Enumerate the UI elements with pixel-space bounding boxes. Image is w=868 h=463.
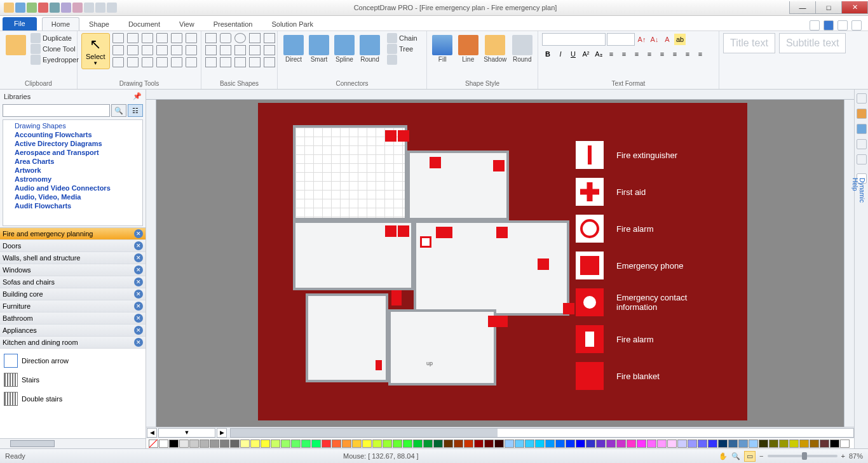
color-swatch[interactable] xyxy=(606,440,616,448)
color-swatch[interactable] xyxy=(210,440,219,448)
room[interactable] xyxy=(388,309,496,386)
subtitle-placeholder[interactable]: Subtitle text xyxy=(779,33,846,53)
underline-button[interactable]: U xyxy=(567,48,579,60)
no-color-swatch[interactable] xyxy=(149,440,158,448)
color-swatch[interactable] xyxy=(708,440,717,448)
pin-icon[interactable]: 📌 xyxy=(133,92,142,100)
color-swatch[interactable] xyxy=(769,440,778,448)
color-swatch[interactable] xyxy=(637,440,646,448)
fire-symbol[interactable] xyxy=(391,290,402,305)
category-item[interactable]: Appliances✕ xyxy=(0,325,146,337)
close-icon[interactable]: ✕ xyxy=(134,253,143,262)
basic-shapes-grid[interactable] xyxy=(205,33,276,67)
color-swatch[interactable] xyxy=(423,440,433,448)
drawing-canvas[interactable]: up Fire extinguisher First aid Fire alar… xyxy=(156,100,844,427)
tab-view[interactable]: View xyxy=(170,17,204,30)
tree-node[interactable]: Active Directory Diagrams xyxy=(3,139,142,148)
color-swatch[interactable] xyxy=(505,440,514,448)
bold-button[interactable]: B xyxy=(542,48,553,60)
tool-icon[interactable] xyxy=(857,154,867,164)
zoom-out-button[interactable]: − xyxy=(759,452,763,460)
qat-icon[interactable] xyxy=(72,3,83,13)
subscript-button[interactable]: A₂ xyxy=(593,48,604,60)
color-swatch[interactable] xyxy=(545,440,555,448)
color-swatch[interactable] xyxy=(749,440,758,448)
color-swatch[interactable] xyxy=(322,440,331,448)
align-top-icon[interactable]: ≡ xyxy=(644,48,655,60)
color-swatch[interactable] xyxy=(616,440,626,448)
qat-icon[interactable] xyxy=(38,3,48,13)
zoom-level[interactable]: 87% xyxy=(849,452,863,460)
category-item[interactable]: Building core✕ xyxy=(0,288,146,300)
color-swatch[interactable] xyxy=(799,440,809,448)
tree-node[interactable]: Aerospace and Transport xyxy=(3,148,142,157)
qat-icon[interactable] xyxy=(15,3,25,13)
tree-view-button[interactable]: ☷ xyxy=(128,104,143,117)
close-icon[interactable]: ✕ xyxy=(134,290,143,299)
text-more-icon[interactable]: ≡ xyxy=(682,48,693,60)
color-swatch[interactable] xyxy=(698,440,707,448)
fire-symbol[interactable] xyxy=(376,360,382,370)
stencil-item[interactable]: Stairs xyxy=(3,370,143,389)
color-swatch[interactable] xyxy=(566,440,575,448)
connector-direct[interactable]: Direct xyxy=(281,33,306,65)
align-center-icon[interactable]: ≡ xyxy=(618,48,630,60)
superscript-button[interactable]: A² xyxy=(580,48,592,60)
color-swatch[interactable] xyxy=(789,440,799,448)
qat-icon[interactable] xyxy=(95,3,105,13)
tree-node[interactable]: Accounting Flowcharts xyxy=(3,130,142,139)
shrink-font-icon[interactable]: A↓ xyxy=(649,34,660,45)
color-swatch[interactable] xyxy=(342,440,351,448)
select-tool[interactable]: ↖ Select ▼ xyxy=(81,33,110,69)
color-swatch[interactable] xyxy=(383,440,392,448)
tab-solution-park[interactable]: Solution Park xyxy=(262,17,322,30)
fill-button[interactable]: Fill xyxy=(431,33,454,65)
close-button[interactable]: ✕ xyxy=(841,1,868,14)
horizontal-scrollbar[interactable] xyxy=(230,428,854,438)
close-icon[interactable]: ✕ xyxy=(134,229,143,238)
connector-spline[interactable]: Spline xyxy=(332,33,356,65)
color-swatch[interactable] xyxy=(718,440,728,448)
tree-node[interactable]: Astronomy xyxy=(3,175,142,184)
vertical-scrollbar[interactable] xyxy=(844,100,854,427)
library-search-input[interactable] xyxy=(3,104,110,117)
italic-button[interactable]: I xyxy=(555,48,566,60)
tree-node[interactable]: Artwork xyxy=(3,166,142,175)
hand-tool-icon[interactable]: ✋ xyxy=(719,452,728,460)
fire-symbol[interactable] xyxy=(385,130,397,142)
duplicate-button[interactable]: Duplicate xyxy=(31,33,79,43)
color-swatch[interactable] xyxy=(220,440,229,448)
color-swatch[interactable] xyxy=(169,440,179,448)
align-bottom-icon[interactable]: ≡ xyxy=(669,48,681,60)
sheet-selector[interactable]: ▼ xyxy=(158,428,215,438)
category-item[interactable]: Windows✕ xyxy=(0,264,146,276)
tab-presentation[interactable]: Presentation xyxy=(204,17,262,30)
line-button[interactable]: Line xyxy=(457,33,480,65)
connector-more[interactable] xyxy=(387,55,417,65)
category-item[interactable]: Walls, shell and structure✕ xyxy=(0,252,146,264)
category-item[interactable]: Fire and emergency planning✕ xyxy=(0,228,146,240)
font-family-select[interactable] xyxy=(542,33,606,46)
color-swatch[interactable] xyxy=(474,440,484,448)
color-swatch[interactable] xyxy=(759,440,768,448)
zoom-in-button[interactable]: + xyxy=(841,452,845,460)
color-swatch[interactable] xyxy=(535,440,545,448)
connector-round[interactable]: Round xyxy=(358,33,382,65)
library-tree[interactable]: Drawing Shapes Accounting Flowcharts Act… xyxy=(3,119,143,226)
fire-symbol[interactable] xyxy=(496,227,508,238)
tab-shape[interactable]: Shape xyxy=(79,17,119,30)
color-swatch[interactable] xyxy=(281,440,290,448)
color-swatch[interactable] xyxy=(413,440,423,448)
round-button[interactable]: Round xyxy=(511,33,534,65)
color-swatch[interactable] xyxy=(240,440,250,448)
color-swatch[interactable] xyxy=(261,440,270,448)
chevron-down-icon[interactable] xyxy=(837,20,848,30)
qat-icon[interactable] xyxy=(84,3,94,13)
eyedropper-button[interactable]: Eyedropper xyxy=(31,55,79,65)
dynamic-help-tab[interactable]: Dynamic Help xyxy=(857,173,867,184)
shadow-button[interactable]: Shadow xyxy=(482,33,508,65)
qat-icon[interactable] xyxy=(61,3,71,13)
toolbar-icon[interactable] xyxy=(810,20,820,30)
tree-node[interactable]: Area Charts xyxy=(3,157,142,166)
color-swatch[interactable] xyxy=(311,440,321,448)
